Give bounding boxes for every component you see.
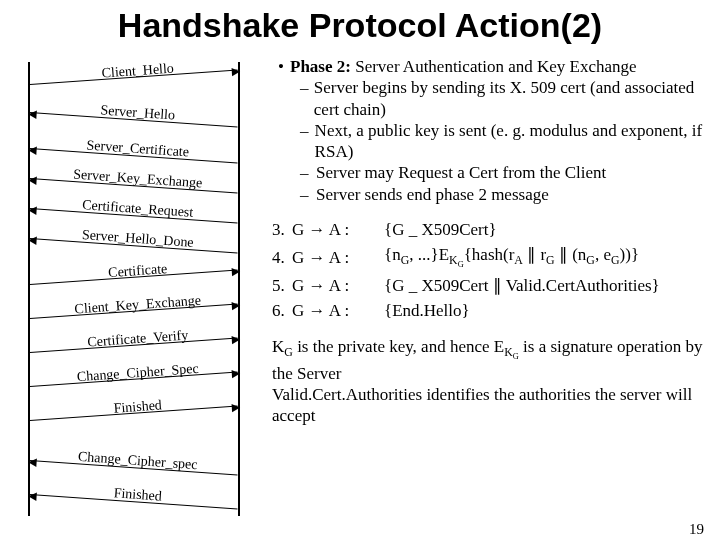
msg-label: Certificate_Request [37, 194, 238, 224]
msg-label: Change_Cipher_spec [37, 446, 238, 476]
msg-label: Change_Cipher_Spec [37, 358, 238, 388]
msg-label: Server_Key_Exchange [37, 164, 238, 194]
formula-block: 3.G → A :{G _ X509Cert}4.G → A :{nG, ...… [272, 219, 708, 322]
phase-item: –Server may Request a Cert from the Clie… [300, 162, 708, 183]
msg-label: Server_Certificate [37, 134, 238, 164]
msg-label: Certificate_Verify [37, 324, 238, 354]
msg-label: Server_Hello [37, 98, 238, 128]
formula-row: 4.G → A :{nG, ...}EKG{hash(rA ∥ rG ∥ (nG… [272, 244, 708, 271]
footnote: KG is the private key, and hence EKG is … [272, 336, 708, 427]
phase-item: –Server begins by sending its X. 509 cer… [300, 77, 708, 120]
page-number: 19 [689, 521, 704, 538]
lifeline-client [28, 62, 30, 516]
msg-label: Client_Key_Exchange [37, 290, 238, 320]
msg-label: Finished [37, 392, 238, 422]
phase-item: –Next, a public key is sent (e. g. modul… [300, 120, 708, 163]
formula-row: 6.G → A :{End.Hello} [272, 300, 708, 321]
formula-row: 5.G → A :{G _ X509Cert ∥ Valid.CertAutho… [272, 275, 708, 296]
formula-row: 3.G → A :{G _ X509Cert} [272, 219, 708, 240]
msg-label: Certificate [37, 256, 238, 286]
slide-title: Handshake Protocol Action(2) [0, 6, 720, 45]
phase-heading: • Phase 2: Server Authentication and Key… [272, 56, 708, 77]
msg-label: Client_Hello [37, 56, 238, 86]
msg-label: Server_Hello_Done [37, 224, 238, 254]
sequence-diagram: ▶Client_Hello◀Server_Hello◀Server_Certif… [8, 56, 258, 526]
lifeline-server [238, 62, 240, 516]
phase-item: –Server sends end phase 2 message [300, 184, 708, 205]
msg-label: Finished [37, 480, 238, 510]
